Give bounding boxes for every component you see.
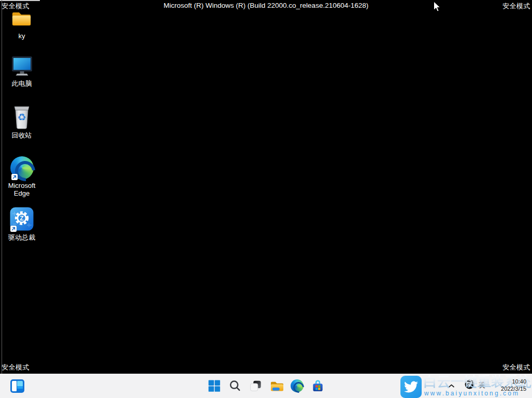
- edge-logo-icon: [10, 155, 34, 181]
- microsoft-store-button[interactable]: [309, 376, 327, 395]
- drvceo-letter: Z: [20, 215, 23, 222]
- tray-clock[interactable]: 10:40 2022/3/15: [501, 378, 526, 392]
- file-explorer-icon: [269, 379, 283, 392]
- shortcut-arrow-icon: [10, 226, 17, 232]
- safe-mode-label-bottom-left: 安全模式: [2, 363, 30, 372]
- desktop-icon-label: 驱动总裁: [8, 233, 35, 241]
- windows-logo-icon: [208, 379, 221, 392]
- desktop-icon-label: Microsoft Edge: [2, 182, 41, 197]
- chevron-up-icon: [448, 384, 455, 388]
- file-explorer-button[interactable]: [268, 376, 285, 395]
- tray-time: 10:40: [501, 378, 526, 386]
- tray-show-hidden-icons-button[interactable]: [445, 381, 457, 391]
- desktop-icon-drvceo[interactable]: Z 驱动总裁: [0, 205, 44, 241]
- desktop-icon-this-pc[interactable]: 此电脑: [0, 54, 44, 87]
- mouse-cursor: [433, 1, 441, 12]
- drvceo-icon: Z: [9, 205, 34, 232]
- widgets-icon: [10, 379, 24, 393]
- desktop-icon-label: 此电脑: [12, 80, 32, 87]
- desktop: 安全模式 安全模式 安全模式 安全模式 Microsoft (R) Window…: [0, 0, 532, 398]
- search-icon: [228, 379, 241, 392]
- desktop-icon-label: 回收站: [12, 131, 32, 139]
- desktop-icon-recycle-bin[interactable]: ♻ 回收站: [0, 105, 44, 139]
- windows-build-text: Microsoft (R) Windows (R) (Build 22000.c…: [0, 2, 532, 9]
- edge-icon: [291, 379, 304, 392]
- store-icon: [311, 379, 325, 393]
- screen-artifact-line-top: [0, 0, 40, 1]
- recycle-bin-icon: ♻: [11, 105, 32, 130]
- task-view-button[interactable]: [247, 376, 265, 395]
- start-button[interactable]: [206, 376, 223, 395]
- this-pc-icon: [10, 54, 34, 79]
- widgets-button[interactable]: [8, 377, 26, 395]
- taskbar: 英: [0, 374, 532, 398]
- edge-taskbar-button[interactable]: [289, 376, 306, 395]
- desktop-icon-microsoft-edge[interactable]: Microsoft Edge: [0, 155, 44, 197]
- safe-mode-label-bottom-right: 安全模式: [502, 363, 530, 372]
- recycle-symbol: ♻: [17, 111, 26, 123]
- search-button[interactable]: [226, 376, 244, 395]
- task-view-icon: [249, 379, 262, 392]
- ime-indicator[interactable]: 英: [477, 381, 487, 390]
- safe-mode-label-top-right: 安全模式: [502, 2, 530, 11]
- shortcut-arrow-icon: [11, 174, 18, 180]
- tray-app-icon: [465, 379, 475, 389]
- tray-app-icon-button[interactable]: [464, 379, 475, 389]
- desktop-icon-label: ky: [19, 32, 25, 40]
- taskbar-center-icons: [206, 376, 327, 395]
- tray-date: 2022/3/15: [501, 386, 526, 393]
- desktop-icon-ky-folder[interactable]: ky: [0, 6, 44, 40]
- folder-icon: [11, 6, 33, 31]
